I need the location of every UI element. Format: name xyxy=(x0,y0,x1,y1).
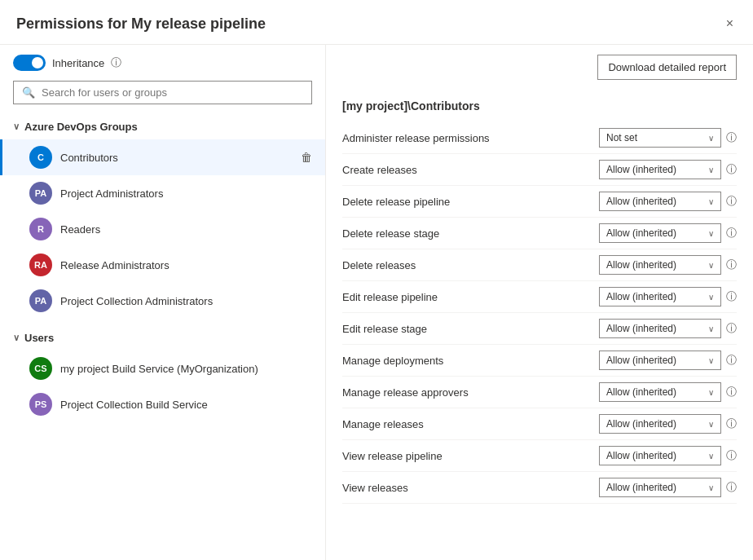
permission-dropdown[interactable]: Allow (inherited) ∨ xyxy=(599,478,721,497)
permission-info-icon[interactable]: ⓘ xyxy=(726,130,737,145)
permission-info-icon[interactable]: ⓘ xyxy=(726,353,737,368)
permissions-table: Administer release permissions Not set ∨… xyxy=(342,122,737,504)
permission-value: Allow (inherited) xyxy=(606,355,676,366)
permission-name: Edit release stage xyxy=(342,323,599,335)
permission-info-icon[interactable]: ⓘ xyxy=(726,162,737,177)
permission-value: Allow (inherited) xyxy=(606,450,676,461)
permission-dropdown[interactable]: Not set ∨ xyxy=(599,128,721,148)
permission-row: Manage release approvers Allow (inherite… xyxy=(342,377,737,408)
avatar: RA xyxy=(29,254,52,276)
permission-name: Administer release permissions xyxy=(342,132,599,144)
permission-info-icon[interactable]: ⓘ xyxy=(726,448,737,463)
permission-dropdown[interactable]: Allow (inherited) ∨ xyxy=(599,319,721,338)
permission-row: Create releases Allow (inherited) ∨ ⓘ xyxy=(342,154,737,186)
chevron-down-icon: ∨ xyxy=(708,165,714,174)
avatar: PA xyxy=(29,182,52,205)
inheritance-row: Inheritance ⓘ xyxy=(0,45,325,77)
list-item[interactable]: RA Release Administrators 🗑 xyxy=(0,247,325,283)
chevron-down-icon: ∨ xyxy=(708,261,714,270)
permission-dropdown[interactable]: Allow (inherited) ∨ xyxy=(599,287,721,306)
list-item[interactable]: PA Project Administrators 🗑 xyxy=(0,175,325,211)
inheritance-toggle[interactable] xyxy=(13,55,46,71)
permission-info-icon[interactable]: ⓘ xyxy=(726,226,737,240)
permission-info-icon[interactable]: ⓘ xyxy=(726,258,737,272)
inheritance-label: Inheritance xyxy=(52,57,104,69)
permission-row: Edit release pipeline Allow (inherited) … xyxy=(342,281,737,313)
group-name: Contributors xyxy=(60,152,301,164)
chevron-down-icon: ∨ xyxy=(708,324,714,333)
permissions-dialog: Permissions for My release pipeline × In… xyxy=(0,0,753,560)
permission-name: Delete releases xyxy=(342,259,599,271)
download-report-button[interactable]: Download detailed report xyxy=(597,55,737,80)
permission-value: Allow (inherited) xyxy=(606,196,676,207)
dialog-title: Permissions for My release pipeline xyxy=(16,15,266,33)
permission-dropdown[interactable]: Allow (inherited) ∨ xyxy=(599,351,721,370)
permission-value: Allow (inherited) xyxy=(606,291,676,302)
permission-name: Create releases xyxy=(342,164,599,176)
permission-row: Manage deployments Allow (inherited) ∨ ⓘ xyxy=(342,345,737,377)
chevron-down-icon: ∨ xyxy=(708,229,714,238)
permission-value: Not set xyxy=(606,132,637,143)
avatar: C xyxy=(29,146,52,169)
permission-value: Allow (inherited) xyxy=(606,323,676,334)
close-button[interactable]: × xyxy=(723,13,737,34)
permission-name: Delete release stage xyxy=(342,227,599,240)
avatar: CS xyxy=(29,357,52,380)
permission-dropdown[interactable]: Allow (inherited) ∨ xyxy=(599,382,721,402)
list-item[interactable]: CS my project Build Service (MyOrganizat… xyxy=(0,351,325,386)
permission-dropdown[interactable]: Allow (inherited) ∨ xyxy=(599,414,721,434)
permission-dropdown[interactable]: Allow (inherited) ∨ xyxy=(599,223,721,243)
list-item[interactable]: C Contributors 🗑 xyxy=(0,139,325,175)
permission-info-icon[interactable]: ⓘ xyxy=(726,321,737,336)
chevron-down-icon: ∨ xyxy=(708,388,714,397)
search-input[interactable] xyxy=(42,86,303,99)
permission-name: Manage releases xyxy=(342,418,599,430)
permission-info-icon[interactable]: ⓘ xyxy=(726,385,737,399)
permission-info-icon[interactable]: ⓘ xyxy=(726,417,737,431)
permission-row: Edit release stage Allow (inherited) ∨ ⓘ xyxy=(342,313,737,345)
search-box[interactable]: 🔍 xyxy=(13,81,312,104)
chevron-down-icon: ∨ xyxy=(708,483,714,492)
permission-row: Delete release stage Allow (inherited) ∨… xyxy=(342,218,737,249)
list-item[interactable]: R Readers 🗑 xyxy=(0,211,325,247)
chevron-down-icon: ∨ xyxy=(708,356,714,365)
dialog-header: Permissions for My release pipeline × xyxy=(0,0,753,45)
permission-name: Delete release pipeline xyxy=(342,196,599,208)
permission-info-icon[interactable]: ⓘ xyxy=(726,289,737,304)
permission-dropdown[interactable]: Allow (inherited) ∨ xyxy=(599,160,721,179)
permission-info-icon[interactable]: ⓘ xyxy=(726,194,737,209)
chevron-down-icon: ∨ xyxy=(13,121,20,132)
permission-value: Allow (inherited) xyxy=(606,386,676,398)
permission-info-icon[interactable]: ⓘ xyxy=(726,480,737,495)
search-icon: 🔍 xyxy=(22,86,35,99)
permission-row: View release pipeline Allow (inherited) … xyxy=(342,440,737,472)
azure-devops-groups-section: ∨ Azure DevOps Groups C Contributors 🗑 P… xyxy=(0,111,325,322)
group-name: Release Administrators xyxy=(60,259,301,271)
right-panel: Download detailed report [my project]\Co… xyxy=(326,45,753,560)
inheritance-info-icon[interactable]: ⓘ xyxy=(111,55,121,70)
delete-icon[interactable]: 🗑 xyxy=(301,151,312,164)
permission-value: Allow (inherited) xyxy=(606,227,676,239)
permission-name: Manage deployments xyxy=(342,355,599,367)
permission-row: Delete release pipeline Allow (inherited… xyxy=(342,186,737,218)
azure-devops-groups-header[interactable]: ∨ Azure DevOps Groups xyxy=(0,114,325,139)
permission-row: Manage releases Allow (inherited) ∨ ⓘ xyxy=(342,408,737,440)
permission-name: Edit release pipeline xyxy=(342,291,599,303)
permission-row: Administer release permissions Not set ∨… xyxy=(342,122,737,154)
users-section-header[interactable]: ∨ Users xyxy=(0,325,325,351)
chevron-down-icon: ∨ xyxy=(708,293,714,302)
report-button-row: Download detailed report xyxy=(342,45,737,93)
permission-dropdown[interactable]: Allow (inherited) ∨ xyxy=(599,192,721,211)
permission-dropdown[interactable]: Allow (inherited) ∨ xyxy=(599,446,721,465)
list-item[interactable]: PS Project Collection Build Service 🗑 xyxy=(0,386,325,422)
left-panel: Inheritance ⓘ 🔍 ∨ Azure DevOps Groups C … xyxy=(0,45,326,560)
permission-value: Allow (inherited) xyxy=(606,418,676,430)
users-section-label: Users xyxy=(24,332,54,344)
azure-devops-groups-label: Azure DevOps Groups xyxy=(24,121,138,133)
group-name: Project Collection Build Service xyxy=(60,399,301,411)
permission-dropdown[interactable]: Allow (inherited) ∨ xyxy=(599,255,721,275)
chevron-down-icon: ∨ xyxy=(708,134,714,143)
group-name: Project Collection Administrators xyxy=(60,295,301,307)
list-item[interactable]: PA Project Collection Administrators 🗑 xyxy=(0,283,325,319)
chevron-down-icon: ∨ xyxy=(708,420,714,429)
